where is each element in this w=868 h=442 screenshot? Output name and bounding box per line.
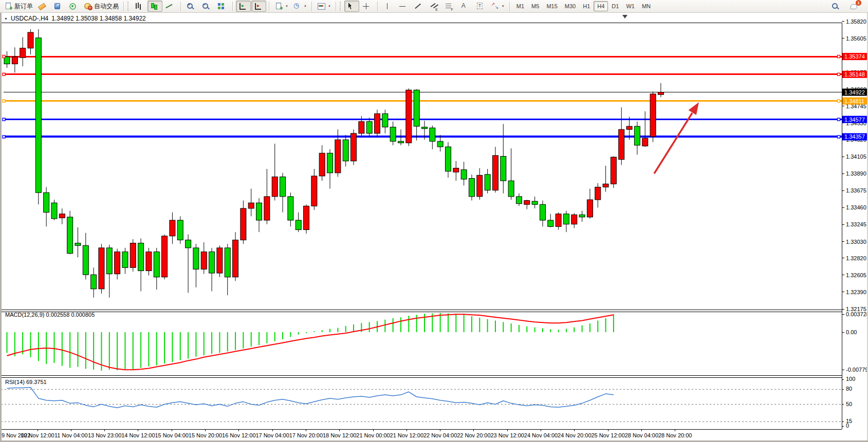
autotrading-button[interactable]: 自动交易 xyxy=(82,1,121,12)
chart-area[interactable]: 1.358201.356051.353901.351751.349601.347… xyxy=(0,0,868,442)
trend-arrow[interactable] xyxy=(654,102,699,174)
timeframe-m5[interactable]: M5 xyxy=(528,1,543,11)
toolbar-grip xyxy=(127,2,130,11)
candle-body xyxy=(154,252,159,277)
chart-profile-button[interactable]: ▼ xyxy=(315,1,333,12)
line-handle[interactable] xyxy=(3,55,5,58)
hline-handles[interactable] xyxy=(3,55,840,138)
candle-body xyxy=(571,215,577,224)
candle-body xyxy=(359,122,364,133)
price-tick-label: 1.33245 xyxy=(846,221,866,227)
price-axis[interactable]: 1.358201.356051.353901.351751.349601.347… xyxy=(842,18,866,313)
candles xyxy=(4,29,663,298)
price-tick-label: 1.33890 xyxy=(846,170,866,177)
bar-chart-button[interactable] xyxy=(132,1,147,12)
candle-body xyxy=(272,177,278,196)
add-indicator-button[interactable]: ▼ xyxy=(272,1,290,12)
candle-body xyxy=(201,252,207,270)
timeframe-w1[interactable]: W1 xyxy=(622,1,638,11)
timeframe-mn[interactable]: MN xyxy=(638,1,654,11)
timeframe-h1[interactable]: H1 xyxy=(579,1,594,11)
candle-body xyxy=(12,57,17,64)
candle-body xyxy=(280,177,286,196)
timeframe-d1[interactable]: D1 xyxy=(608,1,622,11)
text-label-button[interactable] xyxy=(473,1,488,12)
candle-body xyxy=(382,113,388,127)
text-button[interactable] xyxy=(458,1,473,12)
line-handle[interactable] xyxy=(838,136,840,138)
time-tick-label: 24 Nov 04:00 xyxy=(524,432,558,438)
channel-button[interactable] xyxy=(427,1,442,12)
toolbar-group xyxy=(132,1,178,12)
candle-body xyxy=(193,248,199,270)
zoom-in-button[interactable]: + xyxy=(184,1,199,12)
tile-windows-button[interactable] xyxy=(215,1,230,12)
time-axis[interactable]: 9 Nov 202210 Nov 12:0011 Nov 04:0013 Nov… xyxy=(2,429,692,438)
candle-body xyxy=(91,275,97,289)
candle-body xyxy=(304,206,309,229)
candlestick-chart-button[interactable] xyxy=(147,1,162,12)
market-watch-button[interactable] xyxy=(51,1,66,12)
indicator-window-alt-button[interactable] xyxy=(251,1,266,12)
time-tick-label: 15 Nov 04:00 xyxy=(155,432,188,438)
line-handle[interactable] xyxy=(838,55,840,58)
price-tick-label: 1.34105 xyxy=(846,153,866,160)
zoom-out-button[interactable]: − xyxy=(199,1,214,12)
fibonacci-icon xyxy=(445,2,453,10)
toolbar-group: 新订单自动交易 xyxy=(2,1,121,12)
candle-body xyxy=(445,147,451,171)
autotrading-button-label: 自动交易 xyxy=(94,2,119,11)
candle-body xyxy=(106,248,112,274)
horizontal-line-button[interactable] xyxy=(396,1,411,12)
price-tick-label: 1.33460 xyxy=(846,204,866,210)
clock-icon xyxy=(293,2,302,10)
cursor-icon xyxy=(346,2,355,10)
dropdown-caret-icon[interactable]: ▼ xyxy=(328,5,331,8)
time-tick-label: 24 Nov 20:00 xyxy=(558,432,591,438)
arrows-button[interactable]: ▼ xyxy=(489,1,507,12)
dropdown-caret-icon[interactable]: ▼ xyxy=(502,5,505,8)
notifications-button[interactable]: 1 xyxy=(848,1,863,12)
candle-body xyxy=(398,141,404,143)
candle-body xyxy=(619,129,624,159)
periods-button[interactable]: ▼ xyxy=(291,1,309,12)
timeframe-m1[interactable]: M1 xyxy=(513,1,528,11)
line-handle[interactable] xyxy=(838,73,840,75)
candle-body xyxy=(99,248,104,289)
line-handle[interactable] xyxy=(3,136,5,138)
candle-body xyxy=(288,197,293,220)
cursor-button[interactable] xyxy=(344,1,359,12)
line-handle[interactable] xyxy=(838,100,840,102)
time-tick-label: 21 Nov 00:00 xyxy=(356,432,390,438)
line-handle[interactable] xyxy=(838,118,840,121)
signal-icon xyxy=(68,2,77,10)
time-tick-label: 10 Nov 12:00 xyxy=(21,432,54,438)
price-tick-label: 1.32820 xyxy=(846,255,866,261)
macd-label: MACD(12,26,9) 0.002558 0.000805 xyxy=(5,312,95,318)
dropdown-caret-icon[interactable]: ▼ xyxy=(285,5,288,8)
collapse-icon[interactable]: ▼ xyxy=(4,17,8,21)
styler-button[interactable] xyxy=(35,1,50,12)
toolbar-separator xyxy=(123,2,124,11)
search-button[interactable] xyxy=(829,1,844,12)
line-handle[interactable] xyxy=(3,118,5,121)
crosshair-button[interactable] xyxy=(360,1,375,12)
fibonacci-button[interactable] xyxy=(442,1,457,12)
time-tick-label: 13 Nov 23:00 xyxy=(88,432,121,438)
timeframe-h4[interactable]: H4 xyxy=(594,1,608,11)
line-handle[interactable] xyxy=(3,100,5,102)
timeframe-m15[interactable]: M15 xyxy=(543,1,561,11)
candle-body xyxy=(138,243,144,271)
dropdown-caret-icon[interactable]: ▼ xyxy=(304,5,307,8)
signals-button[interactable] xyxy=(66,1,81,12)
chart-shift-marker[interactable] xyxy=(622,15,627,18)
vertical-line-button[interactable] xyxy=(381,1,396,12)
timeframe-m30[interactable]: M30 xyxy=(561,1,579,11)
candle-body xyxy=(375,113,380,133)
line-chart-button[interactable] xyxy=(163,1,178,12)
new-order-button[interactable]: 新订单 xyxy=(2,1,35,12)
horizontal-lines[interactable] xyxy=(4,56,842,137)
line-handle[interactable] xyxy=(3,73,5,75)
trendline-button[interactable] xyxy=(412,1,427,12)
indicator-window-button[interactable] xyxy=(236,1,251,12)
